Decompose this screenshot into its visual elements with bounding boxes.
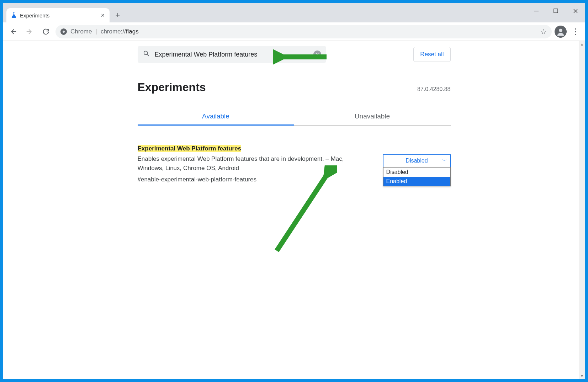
svg-rect-1 <box>554 9 558 13</box>
flags-tabs: Available Unavailable <box>138 108 451 126</box>
url-separator: | <box>95 28 97 35</box>
flag-description: Enables experimental Web Platform featur… <box>138 154 369 173</box>
header-divider <box>3 103 579 103</box>
tab-title: Experiments <box>20 12 49 18</box>
flag-option-enabled[interactable]: Enabled <box>383 177 450 186</box>
tab-available[interactable]: Available <box>138 108 294 126</box>
forward-button[interactable] <box>23 25 36 38</box>
vertical-scrollbar[interactable]: ▴ ▾ <box>579 41 585 379</box>
url-origin-label: Chrome <box>70 28 92 35</box>
flags-search-input[interactable] <box>155 51 309 58</box>
browser-toolbar: Chrome | chrome://flags ☆ ⋮ <box>3 22 585 41</box>
flag-state-dropdown: Disabled Enabled <box>383 167 451 186</box>
chrome-icon <box>60 28 67 35</box>
flag-title: Experimental Web Platform features <box>138 145 242 152</box>
url-scheme: chrome:// <box>101 28 126 35</box>
svg-line-9 <box>277 173 328 251</box>
chevron-down-icon: ﹀ <box>442 158 447 164</box>
reload-button[interactable] <box>39 25 53 38</box>
profile-avatar[interactable] <box>555 26 567 38</box>
flags-search-box[interactable]: ✕ <box>138 46 326 63</box>
chrome-version: 87.0.4280.88 <box>417 86 450 92</box>
flag-state-selected: Disabled <box>406 158 428 164</box>
browser-tab[interactable]: Experiments × <box>6 8 110 22</box>
flask-icon <box>11 12 16 19</box>
close-window-button[interactable] <box>566 3 585 19</box>
svg-point-5 <box>63 31 65 33</box>
flag-option-disabled[interactable]: Disabled <box>383 168 450 177</box>
reset-all-button[interactable]: Reset all <box>413 47 450 62</box>
kebab-menu-icon[interactable]: ⋮ <box>570 27 582 36</box>
titlebar: Experiments × + <box>3 3 585 22</box>
svg-point-7 <box>559 28 562 32</box>
back-button[interactable] <box>6 25 20 38</box>
maximize-button[interactable] <box>546 3 566 19</box>
minimize-button[interactable] <box>526 3 546 19</box>
url-path: flags <box>126 28 139 35</box>
close-tab-icon[interactable]: × <box>101 12 105 19</box>
page-title: Experiments <box>138 81 206 94</box>
new-tab-button[interactable]: + <box>112 9 124 21</box>
tab-unavailable[interactable]: Unavailable <box>294 108 451 125</box>
flag-state-select[interactable]: Disabled ﹀ <box>383 154 451 167</box>
clear-search-icon[interactable]: ✕ <box>313 51 321 58</box>
search-icon <box>143 50 150 59</box>
flag-entry: Experimental Web Platform features Enabl… <box>138 145 451 183</box>
flag-anchor-link[interactable]: #enable-experimental-web-platform-featur… <box>138 176 257 183</box>
window-controls <box>526 3 585 19</box>
bookmark-star-icon[interactable]: ☆ <box>540 27 547 36</box>
address-bar[interactable]: Chrome | chrome://flags ☆ <box>55 25 552 38</box>
scroll-up-icon[interactable]: ▴ <box>579 42 585 47</box>
scroll-down-icon[interactable]: ▾ <box>579 373 585 378</box>
